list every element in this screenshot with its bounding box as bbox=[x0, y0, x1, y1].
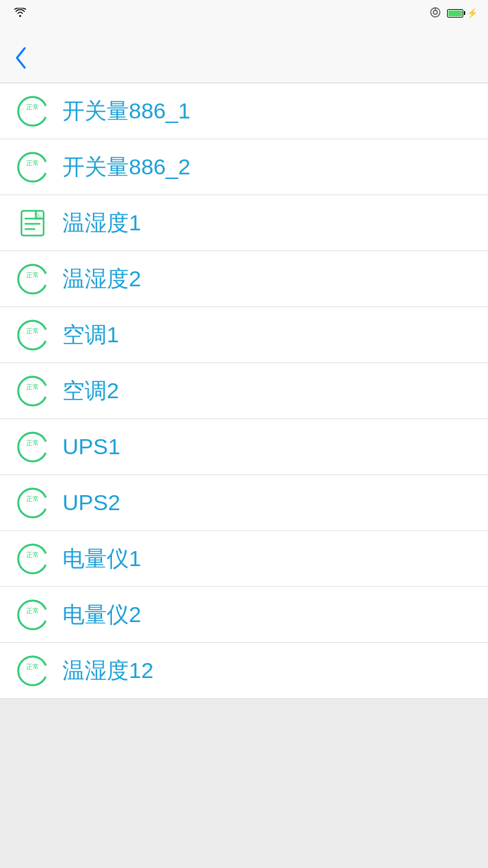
list-item[interactable]: 正常 UPS2 bbox=[0, 475, 488, 531]
list-item[interactable]: 正常 电量仪2 bbox=[0, 587, 488, 643]
item-name: UPS2 bbox=[62, 490, 120, 515]
svg-point-25 bbox=[18, 657, 47, 685]
item-name: 空调2 bbox=[62, 376, 119, 406]
svg-text:正常: 正常 bbox=[26, 663, 39, 670]
svg-text:正常: 正常 bbox=[26, 607, 39, 614]
svg-text:正常: 正常 bbox=[26, 159, 39, 167]
item-name: UPS1 bbox=[62, 434, 120, 459]
list-item[interactable]: 正常 温湿度2 bbox=[0, 251, 488, 307]
item-name: 电量仪1 bbox=[62, 544, 141, 574]
svg-text:正常: 正常 bbox=[26, 271, 39, 278]
item-name: 电量仪2 bbox=[62, 600, 141, 630]
status-icon-6: 正常 bbox=[16, 374, 49, 408]
item-name: 空调1 bbox=[62, 320, 119, 350]
status-icon-7: 正常 bbox=[16, 430, 49, 464]
list-item[interactable]: 正常 开关量886_2 bbox=[0, 139, 488, 195]
status-icon-4: 正常 bbox=[16, 262, 49, 296]
svg-text:正常: 正常 bbox=[26, 495, 39, 502]
empty-area bbox=[0, 699, 488, 868]
svg-point-21 bbox=[18, 545, 47, 573]
sensor-icon-3 bbox=[16, 206, 49, 240]
item-name: 温湿度1 bbox=[62, 208, 141, 238]
status-left bbox=[10, 8, 26, 19]
svg-point-11 bbox=[18, 265, 47, 293]
list-item[interactable]: 温湿度1 bbox=[0, 195, 488, 251]
wifi-icon bbox=[14, 8, 26, 19]
status-right: ⚡ bbox=[430, 7, 478, 20]
svg-text:正常: 正常 bbox=[26, 551, 39, 558]
svg-point-19 bbox=[18, 489, 47, 517]
svg-point-23 bbox=[18, 601, 47, 629]
svg-point-1 bbox=[433, 10, 437, 14]
list-item[interactable]: 正常 空调1 bbox=[0, 307, 488, 363]
svg-point-5 bbox=[18, 153, 47, 182]
lock-icon bbox=[430, 7, 441, 20]
list-item[interactable]: 正常 空调2 bbox=[0, 363, 488, 419]
status-bar: ⚡ bbox=[0, 0, 488, 26]
status-icon-9: 正常 bbox=[16, 542, 49, 576]
back-button[interactable] bbox=[13, 39, 29, 70]
item-name: 开关量886_1 bbox=[62, 96, 191, 126]
svg-text:正常: 正常 bbox=[26, 439, 39, 446]
svg-point-13 bbox=[18, 321, 47, 349]
status-icon-5: 正常 bbox=[16, 318, 49, 352]
list-item[interactable]: 正常 开关量886_1 bbox=[0, 83, 488, 139]
battery-icon bbox=[447, 9, 463, 18]
status-icon-10: 正常 bbox=[16, 598, 49, 632]
status-icon-8: 正常 bbox=[16, 486, 49, 520]
svg-point-17 bbox=[18, 433, 47, 461]
status-icon-2: 正常 bbox=[16, 150, 49, 184]
item-name: 温湿度12 bbox=[62, 656, 154, 686]
svg-text:正常: 正常 bbox=[26, 327, 39, 334]
svg-point-3 bbox=[18, 97, 47, 126]
svg-text:正常: 正常 bbox=[26, 103, 39, 111]
device-list: 正常 开关量886_1 正常 开关量886_2 bbox=[0, 83, 488, 699]
list-item[interactable]: 正常 电量仪1 bbox=[0, 531, 488, 587]
status-icon-11: 正常 bbox=[16, 654, 49, 688]
item-name: 开关量886_2 bbox=[62, 152, 191, 182]
list-item[interactable]: 正常 温湿度12 bbox=[0, 643, 488, 699]
item-name: 温湿度2 bbox=[62, 264, 141, 294]
nav-bar bbox=[0, 26, 488, 83]
status-icon-1: 正常 bbox=[16, 94, 49, 128]
list-item[interactable]: 正常 UPS1 bbox=[0, 419, 488, 475]
svg-text:正常: 正常 bbox=[26, 383, 39, 390]
charging-icon: ⚡ bbox=[467, 8, 478, 18]
svg-point-15 bbox=[18, 377, 47, 405]
